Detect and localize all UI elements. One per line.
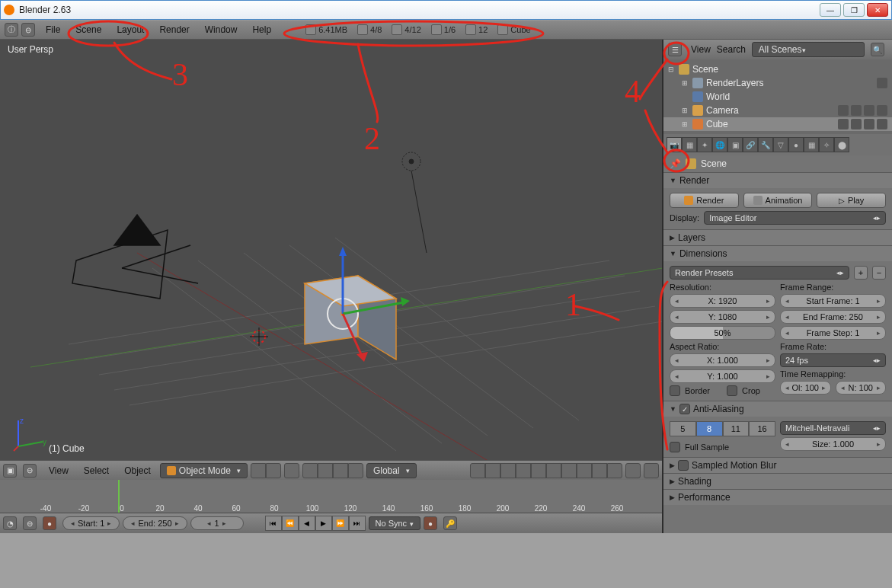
tab-modifiers[interactable]: 🔧 [758, 137, 773, 152]
tab-material[interactable]: ● [788, 137, 804, 152]
outliner-search-icon[interactable]: 🔍 [871, 43, 884, 56]
timeline-canvas[interactable]: -40 -20 0 20 40 60 80 100 120 140 160 18… [0, 480, 662, 513]
aa-8[interactable]: 8 [696, 421, 723, 436]
preset-add-button[interactable]: + [854, 266, 868, 280]
aa-size-field[interactable]: ◂Size: 1.000▸ [780, 437, 886, 451]
window-maximize-button[interactable]: ❐ [843, 3, 865, 17]
snapshot-icon[interactable] [644, 463, 659, 478]
animation-button[interactable]: Animation [743, 193, 813, 208]
eye-icon[interactable] [851, 119, 862, 129]
motion-blur-checkbox[interactable] [678, 460, 689, 471]
mesh-data-icon[interactable] [838, 119, 849, 129]
orientation-selector[interactable]: Global▾ [366, 463, 417, 478]
keying-set-icon[interactable]: 🔑 [443, 516, 457, 530]
manipulator-translate-icon[interactable] [318, 463, 333, 478]
outliner-menu-view[interactable]: View [691, 44, 711, 55]
render-button[interactable]: Render [670, 193, 739, 208]
jump-end-icon[interactable]: ⏭ [349, 516, 366, 531]
record-icon[interactable]: ● [43, 516, 56, 530]
manipulator-scale-icon[interactable] [348, 463, 363, 478]
aa-5[interactable]: 5 [670, 421, 696, 436]
menu-scene[interactable]: Scene [68, 24, 109, 35]
layer-buttons[interactable] [470, 463, 622, 478]
panel-render-header[interactable]: ▼Render [663, 173, 892, 188]
aspect-y-field[interactable]: ◂Y: 1.000▸ [670, 369, 775, 383]
end-frame-field[interactable]: ◂End: 250▸ [123, 516, 187, 530]
panel-shading-header[interactable]: ▶Shading [663, 474, 892, 489]
panel-anti-aliasing-header[interactable]: ▼✓Anti-Aliasing [663, 401, 892, 417]
keyframe-next-icon[interactable]: ⏩ [332, 516, 349, 531]
mode-selector[interactable]: Object Mode▾ [160, 463, 248, 478]
header-collapse-icon[interactable]: ⊖ [21, 23, 35, 37]
aspect-x-field[interactable]: ◂X: 1.000▸ [670, 353, 775, 367]
panel-layers-header[interactable]: ▶Layers [663, 230, 892, 245]
fps-selector[interactable]: 24 fps◂▸ [780, 353, 886, 367]
preset-remove-button[interactable]: − [872, 266, 886, 280]
editor-type-icon[interactable]: ⓘ [5, 23, 18, 37]
view3d-menu-view[interactable]: View [43, 465, 75, 476]
shading-icon[interactable] [251, 463, 266, 478]
menu-render[interactable]: Render [152, 24, 197, 35]
crop-checkbox[interactable] [727, 385, 737, 396]
cursor-icon[interactable] [864, 105, 874, 116]
outliner-filter-selector[interactable]: All Scenes▾ [752, 42, 865, 57]
view3d-menu-object[interactable]: Object [118, 465, 157, 476]
tab-object[interactable]: ▣ [727, 137, 743, 152]
tab-render-layers[interactable]: ▦ [682, 137, 697, 152]
tab-constraints[interactable]: 🔗 [743, 137, 758, 152]
window-minimize-button[interactable]: — [820, 3, 841, 17]
tree-world[interactable]: World [706, 91, 730, 102]
menu-window[interactable]: Window [197, 24, 245, 35]
autokey-icon[interactable]: ● [424, 516, 437, 530]
resolution-y-field[interactable]: ◂Y: 1080▸ [670, 310, 775, 324]
tree-scene[interactable]: Scene [692, 64, 718, 75]
menu-help[interactable]: Help [245, 24, 279, 35]
pin-icon[interactable]: 📌 [670, 158, 681, 169]
manipulator-toggle[interactable] [302, 463, 318, 478]
tab-physics[interactable]: ⬤ [834, 137, 849, 152]
jump-start-icon[interactable]: ⏮ [265, 516, 282, 531]
render-presets-selector[interactable]: Render Presets◂▸ [670, 266, 849, 280]
aa-16[interactable]: 16 [749, 421, 775, 436]
render-icon[interactable] [877, 105, 887, 116]
outliner-tree[interactable]: ⊟Scene ⊞RenderLayers World ⊞Camera ⊞Cube [663, 59, 892, 134]
panel-dimensions-header[interactable]: ▼Dimensions [663, 246, 892, 261]
play-reverse-icon[interactable]: ◀ [299, 516, 315, 531]
3d-viewport[interactable]: User Persp [0, 40, 662, 460]
tree-cube[interactable]: Cube [706, 119, 728, 129]
menu-file[interactable]: File [38, 24, 68, 35]
view3d-menu-select[interactable]: Select [78, 465, 115, 476]
outliner-menu-search[interactable]: Search [717, 44, 746, 55]
pivot-icon[interactable] [284, 463, 299, 478]
timeline-editor-type-icon[interactable]: ◔ [3, 516, 17, 530]
outliner-editor-type-icon[interactable]: ☰ [668, 43, 682, 56]
view3d-collapse-icon[interactable]: ⊖ [23, 464, 37, 478]
cam-data-icon[interactable] [838, 105, 849, 116]
frame-start-field[interactable]: ◂Start Frame: 1▸ [780, 294, 886, 308]
rl-icon[interactable] [877, 78, 887, 88]
tab-particles[interactable]: ✧ [819, 137, 834, 152]
aa-filter-selector[interactable]: Mitchell-Netravali◂▸ [780, 421, 886, 435]
sync-mode-selector[interactable]: No Sync▾ [369, 516, 421, 530]
remap-new-field[interactable]: ◂N: 100▸ [836, 381, 887, 395]
render-icon[interactable] [877, 119, 887, 129]
tab-scene[interactable]: ✦ [697, 137, 712, 152]
tree-camera[interactable]: Camera [706, 105, 739, 116]
timeline-collapse-icon[interactable]: ⊖ [23, 516, 37, 530]
resolution-percent-slider[interactable]: 50% [670, 326, 775, 340]
view3d-editor-type-icon[interactable]: ▣ [3, 464, 17, 478]
play-icon[interactable]: ▶ [315, 516, 332, 531]
cursor-icon[interactable] [864, 119, 874, 129]
panel-motion-blur-header[interactable]: ▶Sampled Motion Blur [663, 458, 892, 473]
aa-enable-checkbox[interactable]: ✓ [679, 404, 690, 414]
frame-step-field[interactable]: ◂Frame Step: 1▸ [780, 326, 886, 340]
window-close-button[interactable]: ✕ [867, 3, 888, 17]
current-frame-field[interactable]: ◂1▸ [190, 516, 244, 530]
aa-11[interactable]: 11 [723, 421, 750, 436]
border-checkbox[interactable] [670, 385, 680, 396]
tree-renderlayers[interactable]: RenderLayers [706, 78, 763, 88]
tab-texture[interactable]: ▦ [804, 137, 819, 152]
display-selector[interactable]: Image Editor◂▸ [704, 211, 886, 225]
tab-world[interactable]: 🌐 [712, 137, 727, 152]
frame-end-field[interactable]: ◂End Frame: 250▸ [780, 310, 886, 324]
